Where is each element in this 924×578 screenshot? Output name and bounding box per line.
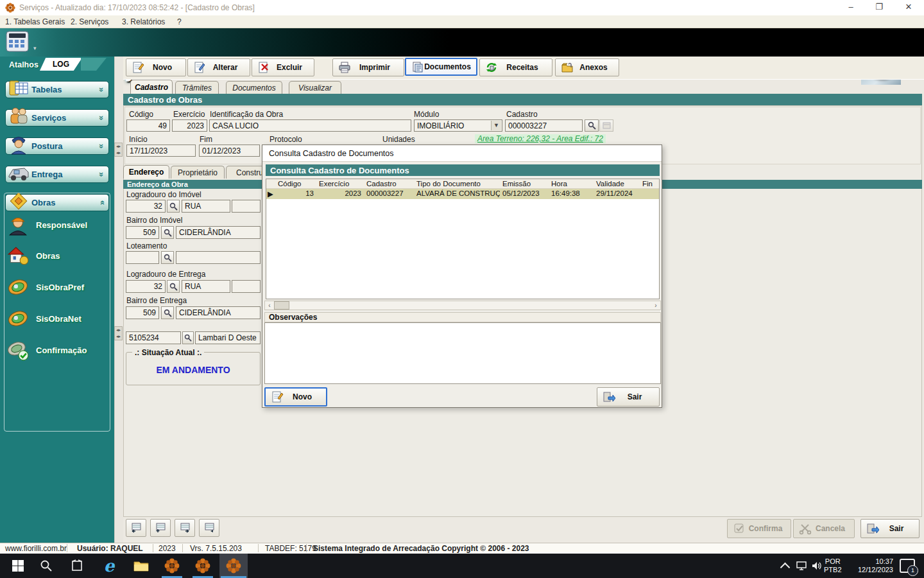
- confirma-button[interactable]: Confirma: [727, 519, 791, 538]
- loteamento-search-button[interactable]: [161, 251, 174, 264]
- excluir-button[interactable]: Excluir: [252, 58, 314, 76]
- chevron-down-icon[interactable]: »: [97, 83, 107, 97]
- fiorilli-app-1-button[interactable]: [158, 554, 186, 578]
- sidebar-item-sisobrapref[interactable]: SisObraPref: [6, 273, 109, 301]
- task-view-button[interactable]: [64, 554, 90, 578]
- alterar-button[interactable]: Alterar: [187, 58, 250, 76]
- record-insert-button[interactable]: [150, 519, 171, 537]
- dialog-titlebar[interactable]: Consulta Cadastro de Documentos: [262, 145, 662, 162]
- taskbar-search-button[interactable]: [33, 554, 59, 578]
- cidade-cod-field[interactable]: 5105234: [126, 331, 181, 344]
- bairro-entrega-nome-field[interactable]: CIDERLÂNDIA: [176, 306, 261, 319]
- internet-explorer-button[interactable]: e: [95, 554, 123, 578]
- logradouro-entrega-cod-field[interactable]: 32: [126, 280, 166, 293]
- sidebar-item-sisobranet[interactable]: SisObraNet: [6, 304, 109, 333]
- sidebar-scroll-top[interactable]: ◂▸◂▸: [114, 143, 123, 157]
- combo-arrow-icon[interactable]: ▼: [491, 121, 501, 130]
- tab-visualizar[interactable]: Visualizar: [289, 81, 341, 94]
- tab-documentos[interactable]: Documentos: [226, 81, 282, 94]
- cancela-button[interactable]: Cancela: [793, 519, 855, 538]
- bairro-entrega-cod-field[interactable]: 509: [126, 306, 159, 319]
- fiorilli-app-2-button[interactable]: [189, 554, 217, 578]
- notification-center-button[interactable]: 1: [896, 554, 919, 578]
- logradouro-imovel-search-button[interactable]: [167, 200, 180, 213]
- imprimir-button[interactable]: Imprimir: [332, 58, 404, 76]
- footer-sair-button[interactable]: Sair: [860, 519, 920, 538]
- volume-tray-icon[interactable]: [809, 554, 825, 578]
- restore-button[interactable]: ❐: [868, 0, 891, 15]
- dialog-novo-button[interactable]: Novo: [264, 387, 327, 407]
- menu-help[interactable]: ?: [177, 15, 182, 28]
- record-last-button[interactable]: [199, 519, 219, 537]
- language-indicator[interactable]: POR PTB2: [824, 557, 842, 574]
- record-first-button[interactable]: [126, 519, 146, 537]
- clock[interactable]: 10:37 12/12/2023: [846, 557, 893, 574]
- col-cadastro[interactable]: Cadastro: [364, 179, 414, 188]
- sidebar-scroll-bottom[interactable]: ◂▸◂▸: [114, 326, 123, 340]
- header-caret-icon[interactable]: ▾: [33, 45, 37, 51]
- col-validade[interactable]: Validade: [594, 179, 640, 188]
- fim-field[interactable]: 01/12/2023: [199, 144, 260, 157]
- exercicio-field[interactable]: 2023: [172, 119, 207, 132]
- menu-relatorios[interactable]: 3. Relatórios: [122, 15, 165, 28]
- documentos-button[interactable]: Documentos: [405, 58, 477, 76]
- col-fin[interactable]: Fin: [640, 179, 659, 188]
- anexos-button[interactable]: Anexos: [555, 58, 619, 76]
- logradouro-imovel-nome-field[interactable]: [232, 200, 261, 213]
- bairro-imovel-nome-field[interactable]: CIDERLÂNDIA: [176, 226, 261, 239]
- close-button[interactable]: ✕: [897, 0, 920, 15]
- scroll-right-arrow-icon[interactable]: ›: [651, 302, 660, 309]
- col-emissao[interactable]: Emissão: [500, 179, 549, 188]
- start-button[interactable]: [5, 554, 31, 578]
- sidebar-item-obras-sub[interactable]: Obras: [6, 241, 109, 270]
- menu-servicos[interactable]: 2. Serviços: [71, 15, 108, 28]
- dialog-sair-button[interactable]: Sair: [597, 387, 660, 407]
- modulo-select[interactable]: IMOBILIÁRIO ▼: [414, 119, 502, 132]
- novo-button[interactable]: Novo: [126, 58, 186, 76]
- sidebar-splitter[interactable]: [114, 57, 123, 543]
- chevron-down-icon[interactable]: »: [97, 139, 107, 153]
- fiorilli-app-3-button[interactable]: [219, 554, 248, 578]
- loteamento-nome-field[interactable]: [176, 251, 261, 264]
- inicio-field[interactable]: 17/11/2023: [126, 144, 196, 157]
- log-tab[interactable]: LOG: [40, 58, 82, 71]
- cidade-search-button[interactable]: [182, 331, 194, 344]
- identificacao-field[interactable]: CASA LUCIO: [209, 119, 411, 132]
- file-explorer-button[interactable]: [127, 554, 155, 578]
- logradouro-entrega-search-button[interactable]: [167, 280, 180, 293]
- cadastro-goto-button[interactable]: [599, 119, 613, 132]
- bairro-entrega-search-button[interactable]: [161, 306, 174, 319]
- receitas-button[interactable]: Receitas: [479, 58, 552, 76]
- network-tray-icon[interactable]: [793, 554, 810, 578]
- scroll-left-arrow-icon[interactable]: ‹: [265, 302, 274, 309]
- logradouro-entrega-tipo-field[interactable]: RUA: [182, 280, 230, 293]
- grid-hscrollbar[interactable]: ‹ ›: [264, 301, 661, 310]
- sidebar-item-confirmacao[interactable]: Confirmação: [6, 336, 109, 364]
- cidade-nome-field[interactable]: Lambari D Oeste: [195, 331, 261, 344]
- cadastro-field[interactable]: 000003227: [505, 119, 583, 132]
- bairro-imovel-cod-field[interactable]: 509: [126, 226, 159, 239]
- subtab-endereco[interactable]: Endereço: [123, 165, 169, 179]
- subtab-proprietario[interactable]: Proprietário: [171, 166, 225, 179]
- logradouro-imovel-cod-field[interactable]: 32: [126, 200, 166, 213]
- observacoes-textarea[interactable]: [264, 322, 661, 384]
- table-row[interactable]: ▶ 13 2023 000003227 ALVARÁ DE CONSTRUÇ 0…: [266, 189, 659, 199]
- documents-grid[interactable]: Código Exercício Cadastro Tipo do Docume…: [266, 179, 660, 299]
- tab-tramites[interactable]: Trâmites: [175, 81, 219, 94]
- col-exercicio[interactable]: Exercício: [316, 179, 364, 188]
- logradouro-imovel-tipo-field[interactable]: RUA: [182, 200, 230, 213]
- record-next-button[interactable]: [175, 519, 195, 537]
- bairro-imovel-search-button[interactable]: [161, 226, 174, 239]
- minimize-button[interactable]: –: [839, 0, 862, 15]
- menu-tabelas-gerais[interactable]: 1. Tabelas Gerais: [5, 15, 65, 28]
- cadastro-search-button[interactable]: [585, 119, 599, 132]
- tray-expand-button[interactable]: [776, 554, 793, 578]
- col-hora[interactable]: Hora: [549, 179, 594, 188]
- loteamento-cod-field[interactable]: [126, 251, 159, 264]
- col-codigo[interactable]: Código: [275, 179, 316, 188]
- logradouro-entrega-nome-field[interactable]: [232, 280, 261, 293]
- chevron-down-icon[interactable]: »: [97, 168, 107, 182]
- scroll-thumb[interactable]: [274, 301, 289, 310]
- sidebar-item-responsavel[interactable]: Responsável: [6, 211, 109, 239]
- tab-cadastro[interactable]: Cadastro: [130, 80, 173, 94]
